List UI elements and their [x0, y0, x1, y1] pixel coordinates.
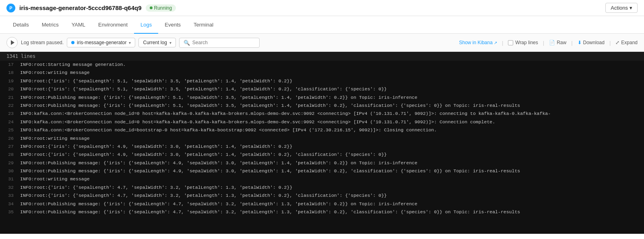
line-number: 23	[0, 110, 20, 117]
nav-tabs: Details Metrics YAML Environment Logs Ev…	[0, 16, 644, 34]
table-row: 27INFO:root:{'iris': {'sepalLength': 4.9…	[0, 143, 644, 151]
log-line-text: INFO:root:Starting message generation.	[20, 61, 126, 68]
log-line-text: INFO:kafka.conn:<BrokerConnection node_i…	[20, 118, 495, 126]
log-line-text: INFO:root:writing message	[20, 176, 90, 183]
tab-yaml[interactable]: YAML	[65, 16, 92, 34]
table-row: 35INFO:root:Publishing message: {'iris':…	[0, 208, 644, 216]
source-chevron-icon: ▾	[129, 41, 131, 45]
separator-1: |	[502, 40, 503, 46]
tab-events[interactable]: Events	[158, 16, 187, 34]
log-line-text: INFO:root:{'iris': {'sepalLength': 4.9, …	[20, 151, 387, 158]
table-row: 29INFO:root:Publishing message: {'iris':…	[0, 159, 644, 167]
separator-4: |	[609, 40, 611, 46]
line-count: 1341 lines	[6, 53, 35, 59]
tab-details[interactable]: Details	[6, 16, 35, 34]
tab-logs[interactable]: Logs	[134, 16, 158, 34]
table-row: 23INFO:kafka.conn:<BrokerConnection node…	[0, 110, 644, 118]
play-icon	[11, 40, 14, 45]
table-row: 34INFO:root:Publishing message: {'iris':…	[0, 200, 644, 208]
top-bar-left: P iris-message-generator-5cccd96788-q64q…	[6, 4, 176, 12]
line-number: 24	[0, 118, 20, 126]
pod-name: iris-message-generator-5cccd96788-q64q9	[19, 4, 142, 11]
line-number: 20	[0, 86, 20, 93]
table-row: 33INFO:root:{'iris': {'sepalLength': 4.7…	[0, 192, 644, 200]
log-line-text: INFO:root:Publishing message: {'iris': {…	[20, 159, 417, 167]
chevron-down-icon: ▾	[630, 5, 632, 11]
log-line-text: INFO:root:writing message	[20, 69, 90, 76]
line-number: 26	[0, 135, 20, 142]
actions-button[interactable]: Actions ▾	[605, 3, 638, 13]
table-row: 17INFO:root:Starting message generation.	[0, 61, 644, 69]
table-row: 21INFO:root:Publishing message: {'iris':…	[0, 94, 644, 102]
stream-paused-text: Log stream paused.	[21, 40, 64, 45]
table-row: 30INFO:root:Publishing message: {'iris':…	[0, 167, 644, 175]
search-icon: 🔍	[184, 40, 190, 46]
line-number: 31	[0, 176, 20, 183]
line-number: 25	[0, 127, 20, 134]
status-text: Running	[154, 5, 172, 11]
table-row: 20INFO:root:{'iris': {'sepalLength': 5.1…	[0, 85, 644, 93]
log-line-text: INFO:root:{'iris': {'sepalLength': 4.7, …	[20, 184, 292, 191]
table-row: 31INFO:root:writing message	[0, 175, 644, 183]
log-line-text: INFO:root:{'iris': {'sepalLength': 4.7, …	[20, 192, 387, 199]
table-row: 28INFO:root:{'iris': {'sepalLength': 4.9…	[0, 151, 644, 159]
download-icon: ⬇	[578, 40, 582, 45]
search-input[interactable]	[192, 40, 255, 45]
play-button[interactable]	[6, 37, 18, 48]
log-line-text: INFO:root:Publishing message: {'iris': {…	[20, 200, 417, 208]
log-line-text: INFO:root:{'iris': {'sepalLength': 5.1, …	[20, 78, 292, 85]
table-row: 22INFO:root:Publishing message: {'iris':…	[0, 102, 644, 110]
log-line-text: INFO:kafka.conn:<BrokerConnection node_i…	[20, 110, 551, 117]
kibana-link[interactable]: Show in Kibana ↗	[459, 40, 497, 45]
top-bar: P iris-message-generator-5cccd96788-q64q…	[0, 0, 644, 16]
expand-icon: ⤢	[615, 40, 619, 45]
separator-2: |	[543, 40, 544, 46]
wrap-lines-checkbox[interactable]	[508, 40, 513, 45]
log-line-text: INFO:root:Publishing message: {'iris': {…	[20, 208, 520, 216]
app-icon: P	[6, 4, 15, 12]
source-label: iris-message-generator	[77, 40, 126, 45]
line-number: 33	[0, 192, 20, 199]
log-line-text: INFO:kafka.conn:<BrokerConnection node_i…	[20, 127, 437, 134]
log-controls: Log stream paused. iris-message-generato…	[0, 34, 644, 52]
log-line-text: INFO:root:writing message	[20, 135, 90, 142]
log-line-text: INFO:root:{'iris': {'sepalLength': 4.9, …	[20, 143, 292, 150]
tab-terminal[interactable]: Terminal	[187, 16, 220, 34]
tab-metrics[interactable]: Metrics	[35, 16, 65, 34]
table-row: 24INFO:kafka.conn:<BrokerConnection node…	[0, 118, 644, 126]
table-row: 26INFO:root:writing message	[0, 135, 644, 143]
line-number: 18	[0, 69, 20, 76]
log-line-text: INFO:root:Publishing message: {'iris': {…	[20, 102, 520, 109]
separator-3: |	[571, 40, 572, 46]
table-row: 18INFO:root:writing message	[0, 69, 644, 77]
log-line-text: INFO:root:{'iris': {'sepalLength': 5.1, …	[20, 86, 387, 93]
search-box[interactable]: 🔍	[179, 38, 260, 48]
line-number: 17	[0, 61, 20, 68]
expand-button[interactable]: ⤢ Expand	[615, 40, 638, 45]
line-number: 29	[0, 159, 20, 167]
line-number: 35	[0, 208, 20, 216]
status-dot	[150, 6, 153, 9]
line-number: 27	[0, 143, 20, 150]
log-type-chevron-icon: ▾	[169, 41, 171, 45]
external-link-icon: ↗	[494, 41, 497, 45]
line-number: 32	[0, 184, 20, 191]
line-number: 21	[0, 94, 20, 101]
source-dot	[71, 41, 74, 44]
status-badge: Running	[146, 4, 176, 12]
log-line-text: INFO:root:Publishing message: {'iris': {…	[20, 94, 417, 101]
line-number: 19	[0, 78, 20, 85]
tab-environment[interactable]: Environment	[92, 16, 134, 34]
table-row: 32INFO:root:{'iris': {'sepalLength': 4.7…	[0, 184, 644, 192]
log-body[interactable]: 17INFO:root:Starting message generation.…	[0, 61, 644, 234]
log-header: 1341 lines	[0, 52, 644, 61]
log-line-text: INFO:root:Publishing message: {'iris': {…	[20, 168, 520, 175]
raw-button[interactable]: 📄 Raw	[549, 40, 566, 45]
wrap-lines-toggle[interactable]: Wrap lines	[508, 40, 538, 45]
download-button[interactable]: ⬇ Download	[578, 40, 605, 45]
line-number: 22	[0, 102, 20, 109]
source-selector[interactable]: iris-message-generator ▾	[67, 38, 135, 47]
log-type-selector[interactable]: Current log ▾	[138, 38, 175, 47]
table-row: 25INFO:kafka.conn:<BrokerConnection node…	[0, 126, 644, 134]
line-number: 30	[0, 168, 20, 175]
